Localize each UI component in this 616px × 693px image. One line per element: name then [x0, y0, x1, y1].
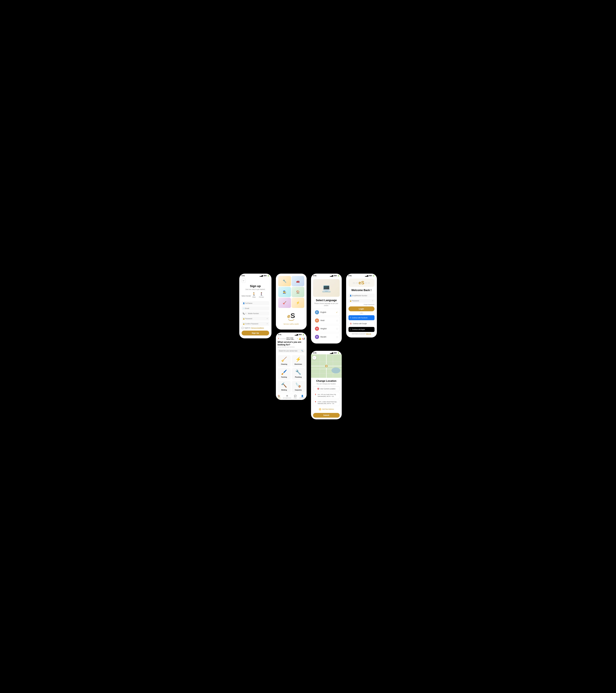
lang-hindi-name: Hindi — [321, 319, 336, 321]
cleaning-icon: 🧹 — [279, 357, 289, 362]
use-location-button[interactable]: 🎯 Use Current Location — [313, 387, 340, 391]
google-login-button[interactable]: G Continue with Google — [348, 321, 374, 326]
lang-hinglish[interactable]: H Hinglish □ — [313, 325, 340, 332]
speaker-icon[interactable]: 📢 — [302, 337, 305, 340]
plumbing-label: Plumbing — [295, 376, 302, 378]
status-bar-signup: 9:41 ▂▄▆ WiFi 🔋 — [239, 274, 271, 277]
address-2[interactable]: 📍 A-579 , Linden Street Road Opp., Nebra… — [313, 400, 340, 406]
lang-marathi-check: □ — [336, 336, 337, 338]
signal-icon: ▂▄▆ — [260, 275, 263, 277]
login-button[interactable]: Login — [348, 306, 374, 311]
battery-icon-home: 🔋 — [303, 334, 304, 335]
battery-icon-lang: 🔋 — [337, 275, 340, 277]
wifi-icon-home: WiFi — [299, 334, 302, 335]
services-grid: 🧹 Cleaning ⚡ Electrician 🖌️ Painting 🔧 P… — [276, 355, 307, 393]
es-logo-small-2: es — [356, 282, 358, 284]
email-input-wrapper: ✉️ — [242, 306, 269, 311]
login-password-input[interactable] — [348, 299, 374, 303]
signup-button[interactable]: Sign Up — [242, 331, 269, 335]
gender-label: Select Gender — [242, 295, 251, 297]
address1-text: 414 , 6Th Ave South Sioux City, Nebraska… — [318, 394, 338, 397]
location-screen: 9:41 ▂▄▆ WiFi 🔋 — [311, 351, 342, 419]
facebook-login-button[interactable]: f Continue with Facebook — [348, 315, 374, 320]
nav-services[interactable]: 🛠 MY SERVICES — [283, 395, 291, 399]
lang-marathi[interactable]: M Marathi □ — [313, 333, 340, 341]
lang-hinglish-name: Hinglish — [321, 328, 336, 330]
status-icons-loc: ▂▄▆ WiFi 🔋 — [330, 352, 339, 354]
search-icon[interactable]: 🔍 — [301, 350, 303, 352]
illus-repair: 🔧 — [278, 276, 291, 286]
male-icon: 🚶 — [252, 292, 256, 296]
signal-icon-login: ▂▄▆ — [365, 275, 368, 277]
eye2-icon[interactable]: 👁 — [267, 323, 268, 324]
address-1[interactable]: 📍 414 , 6Th Ave South Sioux City, Nebras… — [313, 392, 340, 399]
use-location-label: Use Current Location — [320, 388, 335, 390]
home-subheading: we are here for your services — [278, 346, 305, 348]
illus-plumber: 🪠 — [278, 298, 291, 308]
status-bar-login: 9:41 ▂▄▆ WiFi 🔋 — [346, 274, 377, 277]
signup-link[interactable]: Sign Up — [366, 333, 371, 335]
email-input[interactable] — [242, 306, 269, 311]
lang-english[interactable]: E English ✓ — [313, 309, 340, 316]
painting-icon: 🖌️ — [279, 370, 289, 375]
plumbing-icon: 🔧 — [293, 370, 303, 375]
login-eye-icon[interactable]: 👁 — [372, 300, 373, 302]
apple-btn-label: Continue with Apple — [352, 329, 365, 330]
password-input[interactable] — [242, 317, 269, 321]
gender-male-option[interactable]: 🚶 Male — [252, 292, 256, 298]
lock2-icon: 🔒 — [243, 323, 245, 325]
service-plumbing[interactable]: 🔧 Plumbing — [292, 368, 305, 380]
add-address-label: Add New Address — [322, 409, 334, 410]
service-cleaning[interactable]: 🧹 Cleaning — [278, 355, 291, 367]
signal-icon-lang: ▂▄▆ — [330, 275, 333, 277]
back-button[interactable]: ← — [242, 279, 246, 283]
address2-text: A-579 , Linden Street Road Opp., Nebrask… — [318, 401, 338, 404]
eye-icon[interactable]: 👁 — [267, 318, 268, 319]
terms-link[interactable]: Terms & Conditions — [251, 327, 264, 329]
lang-subtitle: Please choose language as per your choic… — [313, 302, 340, 306]
add-address-button[interactable]: + Add New Address — [313, 407, 340, 412]
lang-english-check: ✓ — [336, 311, 338, 314]
splash-tagline: Service with a smile — [278, 323, 305, 325]
search-input[interactable] — [279, 350, 301, 352]
es-logo-small-3: es — [365, 282, 367, 284]
service-painting[interactable]: 🖌️ Painting — [278, 368, 291, 380]
login-person-icon: 👤 — [350, 295, 352, 297]
email-icon: ✉️ — [243, 308, 245, 309]
google-icon: G — [350, 322, 352, 325]
svg-point-9 — [331, 368, 340, 373]
welding-label: Welding — [281, 389, 287, 391]
address1-pin-icon: 📍 — [314, 394, 316, 396]
back-button-map[interactable]: ← — [312, 356, 316, 360]
bell-icon[interactable]: 🔔 — [299, 337, 301, 340]
service-electrician[interactable]: ⚡ Electrician — [292, 355, 305, 367]
service-carpentry[interactable]: 🪚 Carpentry — [292, 381, 305, 393]
language-screen: 9:41 ▂▄▆ WiFi 🔋 💻 Select Language Please… — [311, 274, 342, 343]
confirm-password-input[interactable] — [242, 322, 269, 326]
fullname-input[interactable] — [242, 301, 269, 305]
es-logo-small-1: es — [353, 282, 355, 284]
gender-row: Select Gender 🚶 Male 🚶‍♀️ Female — [242, 292, 269, 300]
svg-point-11 — [326, 365, 327, 367]
terms-checkbox[interactable] — [242, 327, 244, 329]
signal-icon-home: ▂▄▆ — [295, 334, 298, 335]
service-welding[interactable]: 🔨 Welding — [278, 381, 291, 393]
lang-illustration: 💻 — [313, 279, 340, 297]
login-email-input[interactable] — [348, 294, 374, 298]
location-title: Change Location — [313, 379, 340, 382]
gender-female-option[interactable]: 🚶‍♀️ Female — [259, 292, 264, 298]
status-time-login: 9:41 — [348, 275, 352, 277]
terms-text: I agree to — [244, 327, 250, 329]
forgot-password[interactable]: Forgot Password? — [348, 304, 374, 305]
splash-logo-area: e S Service with a smile — [276, 309, 307, 330]
password-input-wrapper: 🔒 👁 — [242, 317, 269, 321]
nav-account[interactable]: 👤 ACCOUNT — [300, 395, 305, 399]
submit-button[interactable]: Submit — [313, 413, 340, 418]
lang-english-circle: E — [315, 310, 319, 314]
lang-hindi[interactable]: A Hindi □ — [313, 317, 340, 324]
electrician-label: Electrician — [294, 363, 302, 365]
apple-login-button[interactable]:  Continue with Apple — [348, 327, 374, 332]
home-nav-label: HOME — [277, 397, 281, 399]
nav-chat[interactable]: 💬 CHAT — [294, 395, 297, 399]
nav-home[interactable]: 🏠 HOME — [277, 395, 281, 399]
